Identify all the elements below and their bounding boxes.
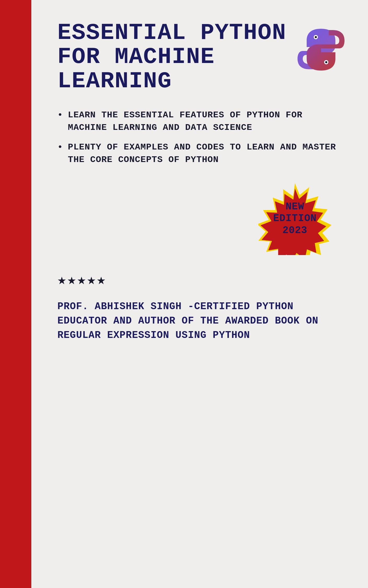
- book-title: ESSENTIAL PYTHON FOR MACHINE LEARNING: [57, 21, 287, 93]
- bullet-list: LEARN THE ESSENTIAL FEATURES OF PYTHON F…: [57, 109, 347, 166]
- badge-text: NEW EDITION 2023: [273, 200, 317, 236]
- star-rating: ★★★★★: [57, 272, 107, 289]
- stars-section: ★★★★★: [57, 271, 347, 289]
- svg-point-1: [315, 36, 317, 38]
- red-sidebar: [0, 0, 31, 588]
- svg-point-3: [325, 61, 327, 63]
- bullet-item-1: LEARN THE ESSENTIAL FEATURES OF PYTHON F…: [57, 109, 347, 134]
- author-section: PROF. ABHISHEK SINGH -CERTIFIED PYTHON E…: [57, 299, 347, 342]
- title-section: ESSENTIAL PYTHON FOR MACHINE LEARNING: [57, 21, 347, 93]
- new-edition-badge: NEW EDITION 2023: [258, 182, 331, 255]
- main-content: ESSENTIAL PYTHON FOR MACHINE LEARNING: [31, 0, 368, 588]
- bullet-item-2: PLENTY OF EXAMPLES AND CODES TO LEARN AN…: [57, 141, 347, 166]
- python-logo: [295, 24, 347, 76]
